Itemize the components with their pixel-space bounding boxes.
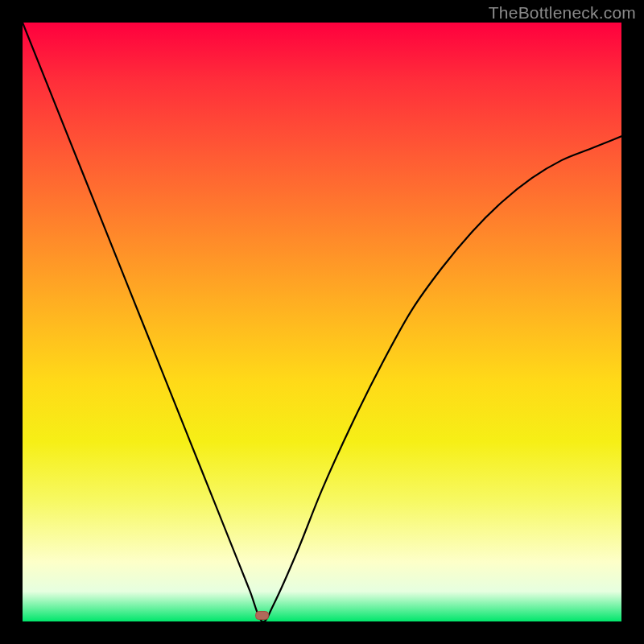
optimum-marker xyxy=(256,612,269,620)
curve-svg xyxy=(23,23,621,621)
bottleneck-curve xyxy=(23,23,621,621)
watermark-text: TheBottleneck.com xyxy=(489,3,636,23)
chart-plot-area xyxy=(23,23,621,621)
